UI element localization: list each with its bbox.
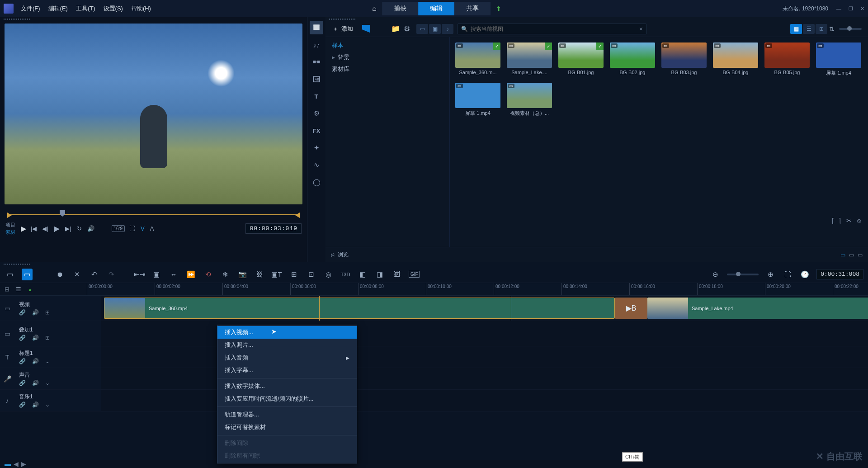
snapshot-icon[interactable]: 📷 — [237, 270, 248, 279]
music-track-lane[interactable] — [101, 390, 868, 411]
tree-item-background[interactable]: ▶背景 — [326, 52, 449, 63]
reverse-icon[interactable]: ⟲ — [203, 270, 213, 279]
fx-tab-icon[interactable]: FX — [310, 124, 323, 137]
mute-icon[interactable]: 🔊 — [32, 380, 39, 386]
zoom-out-icon[interactable]: ⊖ — [710, 270, 721, 279]
v-toggle[interactable]: V — [140, 224, 146, 233]
next-frame-button[interactable]: |▶ — [53, 224, 61, 233]
clock-icon[interactable]: 🕐 — [799, 270, 810, 279]
preview-drag-handle[interactable] — [0, 17, 307, 21]
fit-icon[interactable]: ⛶ — [782, 270, 793, 278]
mute-icon[interactable]: 🔊 — [32, 402, 39, 408]
footer-icon-1[interactable]: ▭ — [840, 252, 845, 258]
ctx-track-manager[interactable]: 轨道管理器... — [217, 408, 357, 421]
timeline-drag-handle[interactable] — [0, 262, 868, 266]
sort-button[interactable]: ⇅ — [829, 25, 835, 33]
fx-lock-icon[interactable]: ⊞ — [45, 335, 50, 341]
mute-icon[interactable]: 🔊 — [32, 358, 39, 364]
multicam-icon[interactable]: ⊡ — [306, 270, 316, 279]
preview-tab-project[interactable]: 项目 — [5, 222, 15, 228]
browse-label[interactable]: 浏览 — [338, 251, 349, 259]
aspect-ratio-badge[interactable]: 16:9 — [112, 225, 125, 232]
tab-home[interactable]: ⌂ — [367, 2, 382, 15]
tab-capture[interactable]: 捕获 — [382, 2, 418, 15]
overlay-track-lane[interactable] — [101, 321, 868, 346]
a-toggle[interactable]: A — [149, 224, 155, 233]
pan-zoom-icon[interactable]: 🖼 — [392, 270, 402, 278]
audio-tab-icon[interactable]: ♪♪ — [310, 38, 323, 52]
footer-icon-2[interactable]: ▭ — [849, 252, 854, 258]
ctx-insert-photo[interactable]: 插入照片... — [217, 339, 357, 351]
menu-edit[interactable]: 编辑(E) — [48, 5, 68, 13]
stretch-icon[interactable]: ↔ — [168, 270, 179, 278]
expand-track-icon[interactable]: ⌄ — [45, 402, 50, 408]
mark-in-handle[interactable] — [7, 213, 12, 218]
footer-icon-3[interactable]: ▭ — [858, 252, 863, 258]
title-track-lane[interactable] — [101, 346, 868, 368]
browse-icon[interactable]: ⎘ — [331, 252, 334, 258]
pin-flag-icon[interactable] — [362, 25, 370, 33]
thumbnail-item[interactable]: ▭视频素材（总）... — [507, 83, 552, 117]
tree-item-sample[interactable]: 样本 — [326, 40, 449, 52]
freeze-icon[interactable]: ❄ — [220, 270, 231, 279]
timeline-scrollbar[interactable]: ▬ ◀ ▶ — [0, 460, 868, 468]
track-header-voice[interactable]: 声音 🔗🔊⌄ — [14, 368, 101, 389]
tab-share[interactable]: 共享 — [454, 2, 491, 15]
preview-timecode[interactable]: 00:00:03:019 — [245, 223, 302, 234]
library-drag-handle[interactable] — [326, 17, 868, 21]
video-track-lane[interactable]: Sample_360.mp4 ▶B Sample_Lake.mp4 — [101, 296, 868, 321]
playhead-marker[interactable] — [60, 210, 65, 217]
mark-in-icon[interactable]: [ — [832, 217, 834, 224]
view-grid-icon[interactable]: ▦ — [790, 24, 802, 34]
import-folder-icon[interactable]: 📁 — [391, 24, 400, 33]
timeline-zoom-slider[interactable] — [727, 274, 759, 275]
search-input[interactable] — [471, 26, 637, 32]
grid-icon[interactable]: ⊞ — [288, 270, 299, 279]
menu-help[interactable]: 帮助(H) — [131, 5, 151, 13]
voice-track-lane[interactable] — [101, 368, 868, 389]
scroll-right-icon[interactable]: ▶ — [21, 460, 26, 468]
record-icon[interactable]: ⏺ — [54, 270, 65, 278]
play-button[interactable]: ▶ — [21, 224, 26, 233]
resize-button[interactable]: ⛶ — [128, 224, 136, 233]
expand-icon[interactable]: ▲ — [28, 287, 33, 292]
ctx-insert-digital[interactable]: 插入数字媒体... — [217, 380, 357, 392]
expand-track-icon[interactable]: ⌄ — [45, 358, 50, 364]
menu-tools[interactable]: 工具(T) — [76, 5, 95, 13]
thumbnail-item[interactable]: ▭BG-B01.jpg — [558, 43, 604, 76]
mute-icon[interactable]: 🔊 — [32, 335, 39, 341]
chain-icon[interactable]: ⛓ — [254, 270, 265, 278]
chroma-icon[interactable]: ◨ — [374, 270, 385, 279]
timeline-view-icon[interactable]: ▭ — [22, 269, 33, 280]
view-thumb-icon[interactable]: ⊞ — [816, 24, 827, 34]
tree-item-medialib[interactable]: 素材库 — [326, 63, 449, 75]
scissors-icon[interactable]: ✂ — [846, 217, 852, 224]
music-track-icon[interactable]: ♪ — [0, 390, 14, 411]
transition-tab-icon[interactable] — [310, 55, 323, 69]
ctx-insert-subtitle[interactable]: 插入字幕... — [217, 364, 357, 377]
text-tab-icon[interactable]: T — [310, 90, 323, 103]
mute-icon[interactable]: 🔊 — [32, 309, 39, 316]
storyboard-view-icon[interactable]: ▭ — [5, 270, 15, 279]
mark-out-handle[interactable] — [295, 213, 300, 218]
toggle-all-icon[interactable]: ⊟ — [5, 286, 9, 293]
overlay-track-icon[interactable]: ▭ — [0, 321, 14, 346]
goto-start-button[interactable]: |◀ — [30, 224, 38, 233]
zoom-in-icon[interactable]: ⊕ — [765, 270, 776, 279]
link-icon[interactable]: 🔗 — [19, 402, 26, 408]
list-icon[interactable]: ☰ — [16, 286, 21, 293]
redo-icon[interactable]: ↷ — [106, 270, 117, 279]
filter-audio-icon[interactable]: ♪ — [442, 24, 453, 34]
timeline-ruler[interactable]: 00:00:00:0000:00:02:0000:00:04:0000:00:0… — [87, 283, 868, 295]
path-tab-icon[interactable]: ∿ — [310, 158, 323, 172]
title-tab-icon[interactable]: AB — [310, 72, 323, 86]
maximize-button[interactable]: ❐ — [849, 6, 853, 12]
t3d-icon[interactable]: T3D — [340, 272, 351, 277]
thumbnail-item[interactable]: ▭Sample_Lake.... — [507, 43, 552, 76]
motion-tab-icon[interactable]: ⚙ — [310, 107, 323, 120]
ctx-insert-timelapse[interactable]: 插入要应用时间流逝/频闪的照片... — [217, 392, 357, 405]
crop-icon[interactable]: ▣ — [151, 270, 162, 279]
expand-track-icon[interactable]: ⌄ — [45, 380, 50, 386]
track-header-music1[interactable]: 音乐1 🔗🔊⌄ — [14, 390, 101, 411]
track-header-overlay1[interactable]: 叠加1 🔗🔊⊞ — [14, 321, 101, 346]
